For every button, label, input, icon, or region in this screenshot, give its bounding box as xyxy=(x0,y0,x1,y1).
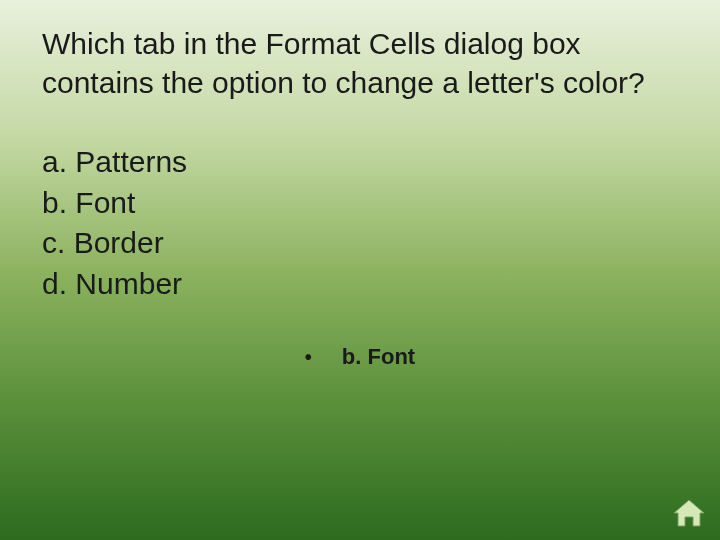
option-c: c. Border xyxy=(42,223,678,264)
answer-row: • b. Font xyxy=(42,344,678,370)
home-button[interactable] xyxy=(672,498,706,528)
option-b: b. Font xyxy=(42,183,678,224)
answer-text: b. Font xyxy=(342,344,415,370)
question-text: Which tab in the Format Cells dialog box… xyxy=(42,24,678,102)
bullet-icon: • xyxy=(305,346,312,369)
option-a: a. Patterns xyxy=(42,142,678,183)
house-icon xyxy=(672,514,706,531)
options-list: a. Patterns b. Font c. Border d. Number xyxy=(42,142,678,304)
slide-content: Which tab in the Format Cells dialog box… xyxy=(0,0,720,394)
option-d: d. Number xyxy=(42,264,678,305)
